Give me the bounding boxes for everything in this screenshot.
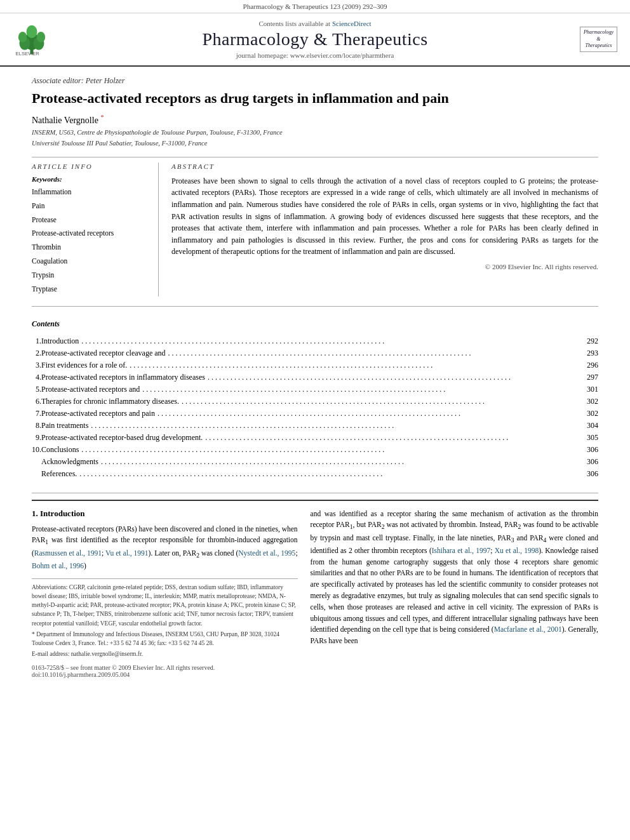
toc-row: 2.Protease-activated receptor cleavage a… bbox=[32, 347, 598, 359]
toc-title-text: Acknowledgments bbox=[41, 457, 98, 467]
svg-point-6 bbox=[27, 25, 37, 37]
journal-homepage: journal homepage: www.elsevier.com/locat… bbox=[64, 51, 566, 59]
toc-page: 306 bbox=[579, 444, 598, 456]
abbreviations-note: Abbreviations: CGRP, calcitonin gene-rel… bbox=[32, 583, 298, 628]
abstract-text: Proteases have been shown to signal to c… bbox=[171, 175, 598, 258]
toc-page: 296 bbox=[579, 359, 598, 371]
toc-title-text: First evidences for a role of. bbox=[41, 361, 127, 370]
toc-num: 3. bbox=[32, 359, 41, 371]
toc-row: 6.Therapies for chronic inflammatory dis… bbox=[32, 396, 598, 408]
svg-point-5 bbox=[37, 31, 46, 42]
toc-num: 4. bbox=[32, 371, 41, 383]
right-column: and was identified as a receptor sharing… bbox=[311, 509, 598, 678]
toc-dots: . . . . . . . . . . . . . . . . . . . . … bbox=[203, 433, 579, 443]
toc-dots: . . . . . . . . . . . . . . . . . . . . … bbox=[205, 373, 579, 382]
toc-num bbox=[32, 468, 41, 480]
main-text-area: 1. Introduction Protease-activated recep… bbox=[32, 500, 598, 678]
toc-page: 305 bbox=[579, 432, 598, 444]
toc-row: References.. . . . . . . . . . . . . . .… bbox=[32, 468, 598, 480]
author-asterisk: * bbox=[100, 113, 104, 121]
toc-num bbox=[32, 456, 41, 468]
keyword-item: Protease-activated receptors bbox=[32, 227, 149, 241]
toc-dots: . . . . . . . . . . . . . . . . . . . . … bbox=[79, 337, 579, 346]
toc-num: 8. bbox=[32, 420, 41, 432]
abstract-header: ABSTRACT bbox=[171, 163, 598, 170]
toc-dots: . . . . . . . . . . . . . . . . . . . . … bbox=[179, 397, 579, 406]
toc-title-cell: Protease-activated receptor cleavage and… bbox=[41, 347, 579, 359]
divider-1 bbox=[32, 157, 598, 157]
bottom-id1: 0163-7258/$ – see front matter © 2009 El… bbox=[32, 664, 298, 671]
toc-title-cell: Therapies for chronic inflammatory disea… bbox=[41, 396, 579, 408]
copyright-line: © 2009 Elsevier Inc. All rights reserved… bbox=[171, 263, 598, 270]
toc-dots: . . . . . . . . . . . . . . . . . . . . … bbox=[127, 361, 579, 370]
footnotes-area: Abbreviations: CGRP, calcitonin gene-rel… bbox=[32, 578, 298, 678]
article-content: Associate editor: Peter Holzer Protease-… bbox=[0, 67, 630, 688]
toc-dots: . . . . . . . . . . . . . . . . . . . . … bbox=[77, 469, 579, 479]
email-note: E-mail address: nathalie.vergnolle@inser… bbox=[32, 650, 298, 658]
journal-ref-text: Pharmacology & Therapeutics 123 (2009) 2… bbox=[243, 3, 387, 10]
toc-num: 10. bbox=[32, 444, 41, 456]
toc-title-text: Pain treatments bbox=[41, 421, 88, 430]
pt-logo-box: Pharmacology & Therapeutics bbox=[580, 27, 617, 51]
elsevier-logo: ELSEVIER bbox=[13, 21, 64, 58]
toc-title-cell: Introduction. . . . . . . . . . . . . . … bbox=[41, 335, 579, 347]
toc-row: 8.Pain treatments. . . . . . . . . . . .… bbox=[32, 420, 598, 432]
toc-title-cell: Protease-activated receptors in inflamma… bbox=[41, 371, 579, 383]
journal-ref-bar: Pharmacology & Therapeutics 123 (2009) 2… bbox=[0, 0, 630, 13]
toc-num: 6. bbox=[32, 396, 41, 408]
toc-page: 302 bbox=[579, 408, 598, 420]
toc-page: 304 bbox=[579, 420, 598, 432]
contents-section: Contents 1.Introduction. . . . . . . . .… bbox=[32, 313, 598, 486]
sciencedirect-line: Contents lists available at ScienceDirec… bbox=[64, 20, 566, 27]
keyword-item: Tryptase bbox=[32, 283, 149, 297]
associate-editor: Associate editor: Peter Holzer bbox=[32, 76, 598, 86]
toc-row: 1.Introduction. . . . . . . . . . . . . … bbox=[32, 335, 598, 347]
svg-point-4 bbox=[18, 31, 27, 42]
toc-dots: . . . . . . . . . . . . . . . . . . . . … bbox=[98, 457, 579, 467]
keyword-item: Thrombin bbox=[32, 241, 149, 255]
toc-dots: . . . . . . . . . . . . . . . . . . . . … bbox=[140, 385, 579, 394]
article-title: Protease-activated receptors as drug tar… bbox=[32, 90, 598, 108]
section1-right-text: and was identified as a receptor sharing… bbox=[311, 509, 598, 647]
toc-page: 301 bbox=[579, 383, 598, 396]
sciencedirect-link[interactable]: ScienceDirect bbox=[332, 20, 372, 27]
section1-heading: 1. Introduction bbox=[32, 509, 298, 519]
keyword-item: Inflammation bbox=[32, 185, 149, 199]
affiliations: INSERM, U563, Centre de Physiopathologie… bbox=[32, 128, 598, 149]
toc-num: 2. bbox=[32, 347, 41, 359]
toc-title-cell: Pain treatments. . . . . . . . . . . . .… bbox=[41, 420, 579, 432]
toc-page: 306 bbox=[579, 456, 598, 468]
toc-num: 9. bbox=[32, 432, 41, 444]
left-column: 1. Introduction Protease-activated recep… bbox=[32, 509, 298, 678]
toc-title-text: Protease-activated receptors and pain bbox=[41, 409, 155, 418]
toc-row: 7.Protease-activated receptors and pain.… bbox=[32, 408, 598, 420]
toc-title-cell: Protease-activated receptors and pain. .… bbox=[41, 408, 579, 420]
header-center: Contents lists available at ScienceDirec… bbox=[64, 20, 566, 59]
toc-num: 5. bbox=[32, 383, 41, 396]
article-info-header: ARTICLE INFO bbox=[32, 163, 149, 170]
toc-row: 9.Protease-activated receptor-based drug… bbox=[32, 432, 598, 444]
toc-title-text: Protease-activated receptors in inflamma… bbox=[41, 373, 205, 382]
pt-logo-area: Pharmacology & Therapeutics bbox=[566, 27, 617, 51]
toc-title-text: Conclusions bbox=[41, 445, 79, 455]
keyword-item: Pain bbox=[32, 199, 149, 213]
two-col-layout: 1. Introduction Protease-activated recep… bbox=[32, 509, 598, 678]
toc-table: 1.Introduction. . . . . . . . . . . . . … bbox=[32, 335, 598, 480]
toc-row: Acknowledgments. . . . . . . . . . . . .… bbox=[32, 456, 598, 468]
toc-page: 297 bbox=[579, 371, 598, 383]
toc-page: 306 bbox=[579, 468, 598, 480]
keyword-item: Trypsin bbox=[32, 269, 149, 283]
toc-title-text: Protease-activated receptor cleavage and bbox=[41, 349, 166, 358]
toc-num: 1. bbox=[32, 335, 41, 347]
toc-row: 3.First evidences for a role of.. . . . … bbox=[32, 359, 598, 371]
toc-title-text: Protease-activated receptor-based drug d… bbox=[41, 433, 203, 443]
toc-page: 293 bbox=[579, 347, 598, 359]
toc-title-cell: Protease-activated receptor-based drug d… bbox=[41, 432, 579, 444]
toc-title-cell: First evidences for a role of.. . . . . … bbox=[41, 359, 579, 371]
contents-header: Contents bbox=[32, 319, 598, 329]
asterisk-note: * Department of Immunology and Infectiou… bbox=[32, 630, 298, 648]
svg-text:ELSEVIER: ELSEVIER bbox=[16, 51, 40, 56]
toc-title-cell: References.. . . . . . . . . . . . . . .… bbox=[41, 468, 579, 480]
toc-dots: . . . . . . . . . . . . . . . . . . . . … bbox=[88, 421, 579, 430]
toc-row: 4.Protease-activated receptors in inflam… bbox=[32, 371, 598, 383]
